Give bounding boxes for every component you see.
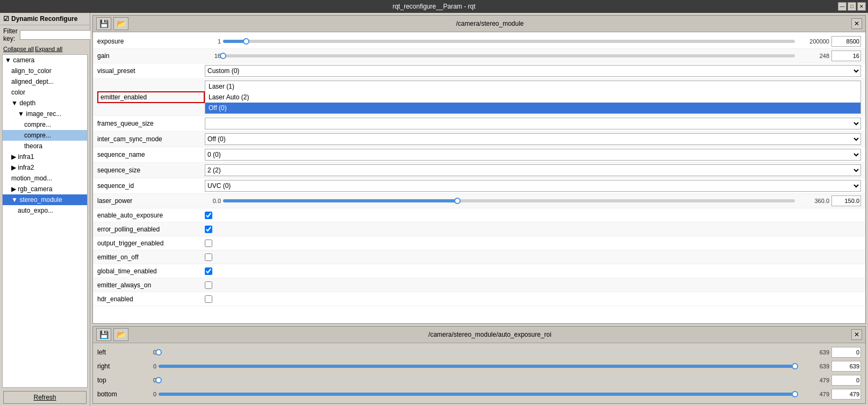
param-value-area: 16248 <box>205 50 861 61</box>
param-checkbox[interactable] <box>205 240 212 247</box>
tree-item[interactable]: color <box>3 87 87 98</box>
tree-item[interactable]: compre... <box>3 130 87 141</box>
tree-item[interactable]: ▼ stereo_module <box>3 194 87 205</box>
filter-input[interactable] <box>20 30 97 40</box>
sub-param-label: top <box>97 376 140 384</box>
param-value-input[interactable] <box>831 36 861 47</box>
tree-item[interactable]: compre... <box>3 119 87 130</box>
param-value-area: 0.0360.0 <box>205 195 861 206</box>
param-label: emitter_on_off <box>97 253 205 261</box>
slider-min: 16 <box>205 53 221 59</box>
dropdown-option[interactable]: Off (0) <box>205 103 860 113</box>
param-checkbox[interactable] <box>205 267 212 275</box>
close-panel-button[interactable]: ✕ <box>851 18 862 29</box>
param-value-area: UVC (0) <box>205 180 861 192</box>
sub-param-value-input[interactable] <box>831 361 861 372</box>
dropdown-option[interactable]: Laser Auto (2) <box>205 92 860 103</box>
tree-item[interactable]: ▼ image_rec... <box>3 108 87 119</box>
sub-param-value-input[interactable] <box>831 389 861 400</box>
slider-track[interactable] <box>223 199 795 202</box>
tree-item[interactable]: ▼ depth <box>3 98 87 108</box>
tree-area: ▼ camera align_to_color aligned_dept... … <box>2 54 88 388</box>
param-checkbox[interactable] <box>205 253 212 261</box>
sub-param-value-input[interactable] <box>831 347 861 358</box>
tree-item[interactable]: theora <box>3 141 87 151</box>
param-row: visual_presetCustom (0) <box>93 63 865 79</box>
sub-param-row: top0479 <box>93 373 865 387</box>
tree-item[interactable]: ▶ infra1 <box>3 151 87 162</box>
param-select[interactable]: 2 (2) <box>205 164 861 176</box>
param-row: frames_queue_size <box>93 116 865 132</box>
save-button[interactable]: 💾 <box>96 17 111 30</box>
param-row: gain16248 <box>93 49 865 63</box>
refresh-button[interactable]: Refresh <box>3 391 87 404</box>
dropdown-option[interactable]: Laser (1) <box>205 81 860 92</box>
right-panel: 💾 📂 /camera/stereo_module ✕ exposure1200… <box>90 13 868 406</box>
sub-slider-min: 0 <box>140 377 156 383</box>
param-checkbox[interactable] <box>205 212 212 219</box>
tree-item[interactable]: aligned_dept... <box>3 76 87 87</box>
tree-item[interactable]: align_to_color <box>3 66 87 76</box>
param-row: exposure1200000 <box>93 34 865 49</box>
param-select[interactable]: Off (0) <box>205 133 861 145</box>
close-button[interactable]: ✕ <box>857 2 866 11</box>
sub-slider-track[interactable] <box>159 365 795 368</box>
sub-panel-title: /camera/stereo_module/auto_exposure_roi <box>131 331 849 338</box>
app-container: ☑ Dynamic Reconfigure Filter key: Collap… <box>0 13 868 406</box>
param-checkbox[interactable] <box>205 281 212 289</box>
param-value-input[interactable] <box>831 195 861 206</box>
tree-item[interactable]: auto_expo... <box>3 205 87 216</box>
param-value-area: Custom (0) <box>205 65 861 77</box>
param-value-area <box>205 212 861 219</box>
tree-item[interactable]: motion_mod... <box>3 173 87 184</box>
sub-slider-track[interactable] <box>159 393 795 396</box>
param-value-area <box>205 295 861 303</box>
maximize-button[interactable]: □ <box>848 2 856 11</box>
param-value-area: Off (0) <box>205 133 861 145</box>
dropdown-container[interactable]: Laser (1)Laser Auto (2)Off (0) <box>205 81 861 114</box>
param-value-area <box>205 267 861 275</box>
dropdown-list: Laser (1)Laser Auto (2)Off (0) <box>205 81 861 114</box>
sub-panel-content: left0639right0639top0479bottom0479 <box>93 343 865 403</box>
param-label: hdr_enabled <box>97 295 205 303</box>
sub-load-button[interactable]: 📂 <box>113 328 128 341</box>
param-label: sequence_name <box>97 151 205 158</box>
sub-param-value-area: 0639 <box>140 347 861 358</box>
param-select[interactable] <box>205 118 861 129</box>
title-bar: rqt_reconfigure__Param - rqt — □ ✕ <box>0 0 868 13</box>
sub-slider-max: 639 <box>797 349 829 356</box>
param-value-input[interactable] <box>831 50 861 61</box>
tree-item[interactable]: ▶ infra2 <box>3 162 87 173</box>
close-sub-panel-button[interactable]: ✕ <box>851 329 862 340</box>
param-checkbox[interactable] <box>205 226 212 233</box>
checkbox-icon: ☑ <box>3 15 9 23</box>
sub-slider-track[interactable] <box>159 351 795 354</box>
minimize-button[interactable]: — <box>838 2 847 11</box>
param-label: emitter_always_on <box>97 281 205 289</box>
tree-item[interactable]: ▼ camera <box>3 55 87 66</box>
param-value-area: 1200000 <box>205 36 861 47</box>
sub-slider-track[interactable] <box>159 379 795 382</box>
slider-track[interactable] <box>223 40 795 43</box>
param-row: emitter_enabledLaser (1)Laser Auto (2)Of… <box>93 79 865 116</box>
sub-save-button[interactable]: 💾 <box>96 328 111 341</box>
slider-max: 248 <box>797 53 829 59</box>
load-button[interactable]: 📂 <box>113 17 128 30</box>
sub-param-value-input[interactable] <box>831 375 861 386</box>
param-label: laser_power <box>97 197 205 205</box>
slider-track[interactable] <box>223 54 795 57</box>
window-controls[interactable]: — □ ✕ <box>838 2 866 11</box>
collapse-all-button[interactable]: Collapse all <box>3 46 34 52</box>
param-value-area <box>205 281 861 289</box>
param-select[interactable]: UVC (0) <box>205 180 861 192</box>
param-row: sequence_name0 (0) <box>93 147 865 163</box>
expand-all-button[interactable]: Expand all <box>35 46 62 52</box>
sub-param-row: left0639 <box>93 345 865 359</box>
param-checkbox[interactable] <box>205 295 212 303</box>
main-config-panel: 💾 📂 /camera/stereo_module ✕ exposure1200… <box>92 15 866 324</box>
param-select[interactable]: 0 (0) <box>205 149 861 161</box>
param-value-area <box>205 253 861 261</box>
sub-param-row: right0639 <box>93 359 865 373</box>
param-select[interactable]: Custom (0) <box>205 65 861 77</box>
tree-item[interactable]: ▶ rgb_camera <box>3 184 87 194</box>
